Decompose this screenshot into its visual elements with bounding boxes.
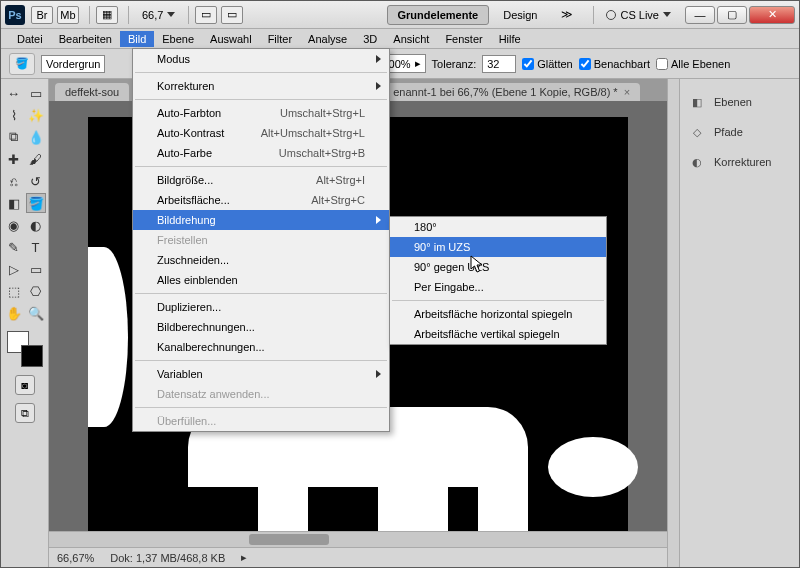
workspace-grundelemente[interactable]: Grundelemente xyxy=(387,5,490,25)
eraser-tool[interactable]: ◧ xyxy=(4,193,24,213)
rot-item-1[interactable]: 90° im UZS xyxy=(390,237,606,257)
rot-item-2[interactable]: 90° gegen UZS xyxy=(390,257,606,277)
menu-ebene[interactable]: Ebene xyxy=(154,31,202,47)
rot-item-3[interactable]: Per Eingabe... xyxy=(390,277,606,297)
bild-item-2[interactable]: Korrekturen xyxy=(133,76,389,96)
maximize-button[interactable]: ▢ xyxy=(717,6,747,24)
close-button[interactable]: ✕ xyxy=(749,6,795,24)
panel-pfade[interactable]: ◇Pfade xyxy=(684,117,795,147)
extras-button[interactable]: ▭ xyxy=(195,6,217,24)
brush-tool[interactable]: 🖌 xyxy=(26,149,46,169)
bild-item-15[interactable]: Duplizieren... xyxy=(133,297,389,317)
bild-item-8[interactable]: Bildgröße...Alt+Strg+I xyxy=(133,170,389,190)
panel-korrekturen[interactable]: ◐Korrekturen xyxy=(684,147,795,177)
bild-item-19[interactable]: Variablen xyxy=(133,364,389,384)
menu-auswahl[interactable]: Auswahl xyxy=(202,31,260,47)
menu-fenster[interactable]: Fenster xyxy=(437,31,490,47)
blur-tool[interactable]: ◉ xyxy=(4,215,24,235)
panel-ebenen[interactable]: ◧Ebenen xyxy=(684,87,795,117)
type-tool[interactable]: T xyxy=(26,237,46,257)
scroll-thumb[interactable] xyxy=(249,534,329,545)
minibridge-button[interactable]: Mb xyxy=(57,6,79,24)
camera-tool[interactable]: ⎔ xyxy=(26,281,46,301)
heal-tool[interactable]: ✚ xyxy=(4,149,24,169)
circle-icon xyxy=(606,10,616,20)
bild-item-10[interactable]: Bilddrehung xyxy=(133,210,389,230)
menu-datei[interactable]: Datei xyxy=(9,31,51,47)
ps-icon[interactable]: Ps xyxy=(5,5,25,25)
screenmode-button[interactable]: ⧉ xyxy=(15,403,35,423)
bild-item-16[interactable]: Bildberechnungen... xyxy=(133,317,389,337)
bild-item-11: Freistellen xyxy=(133,230,389,250)
workspace-design[interactable]: Design xyxy=(493,6,547,24)
titlebar: Ps Br Mb ▦ 66,7 ▭ ▭ Grundelemente Design… xyxy=(1,1,799,29)
tools-panel: ↔▭ ⌇✨ ⧉💧 ✚🖌 ⎌↺ ◧🪣 ◉◐ ✎T ▷▭ ⬚⎔ ✋🔍 ◙ ⧉ xyxy=(1,79,49,567)
zoom-tool[interactable]: 🔍 xyxy=(26,303,46,323)
doc-status[interactable]: Dok: 1,37 MB/468,8 KB xyxy=(110,552,225,564)
menu-bild[interactable]: Bild xyxy=(120,31,154,47)
bild-item-5[interactable]: Auto-KontrastAlt+Umschalt+Strg+L xyxy=(133,123,389,143)
bridge-button[interactable]: Br xyxy=(31,6,53,24)
stamp-tool[interactable]: ⎌ xyxy=(4,171,24,191)
bild-item-13[interactable]: Alles einblenden xyxy=(133,270,389,290)
bild-item-6[interactable]: Auto-FarbeUmschalt+Strg+B xyxy=(133,143,389,163)
tolerance-field[interactable]: 32 xyxy=(482,55,516,73)
history-brush-tool[interactable]: ↺ xyxy=(26,171,46,191)
marquee-tool[interactable]: ▭ xyxy=(26,83,46,103)
all-layers-checkbox[interactable]: Alle Ebenen xyxy=(656,58,730,70)
move-tool[interactable]: ↔ xyxy=(4,83,24,103)
tab-2[interactable]: enannt-1 bei 66,7% (Ebene 1 Kopie, RGB/8… xyxy=(383,83,640,101)
bild-item-17[interactable]: Kanalberechnungen... xyxy=(133,337,389,357)
menu-ansicht[interactable]: Ansicht xyxy=(385,31,437,47)
bild-item-9[interactable]: Arbeitsfläche...Alt+Strg+C xyxy=(133,190,389,210)
hand-tool[interactable]: ✋ xyxy=(4,303,24,323)
close-icon[interactable]: × xyxy=(624,86,630,98)
color-swatches[interactable] xyxy=(7,331,43,367)
fill-mode[interactable]: Vordergrun xyxy=(41,55,105,73)
zoom-value: 66,7 xyxy=(142,9,163,21)
rot-item-5[interactable]: Arbeitsfläche horizontal spiegeln xyxy=(390,304,606,324)
bucket-tool[interactable]: 🪣 xyxy=(26,193,46,213)
menu-hilfe[interactable]: Hilfe xyxy=(491,31,529,47)
rot-item-6[interactable]: Arbeitsfläche vertikal spiegeln xyxy=(390,324,606,344)
zoom-level[interactable]: 66,7 xyxy=(135,6,182,24)
bild-item-0[interactable]: Modus xyxy=(133,49,389,69)
workspace-more[interactable]: ≫ xyxy=(551,5,583,24)
menu-filter[interactable]: Filter xyxy=(260,31,300,47)
bucket-tool-icon[interactable]: 🪣 xyxy=(9,53,35,75)
bild-item-12[interactable]: Zuschneiden... xyxy=(133,250,389,270)
panels-sidebar: ◧Ebenen ◇Pfade ◐Korrekturen xyxy=(679,79,799,567)
shape-tool[interactable]: ▭ xyxy=(26,259,46,279)
tolerance-label: Toleranz: xyxy=(432,58,477,70)
contiguous-checkbox[interactable]: Benachbart xyxy=(579,58,650,70)
zoom-status[interactable]: 66,67% xyxy=(57,552,94,564)
menu-3d[interactable]: 3D xyxy=(355,31,385,47)
crop-tool[interactable]: ⧉ xyxy=(4,127,24,147)
wand-tool[interactable]: ✨ xyxy=(26,105,46,125)
chevron-right-icon xyxy=(376,82,381,90)
pen-tool[interactable]: ✎ xyxy=(4,237,24,257)
tab-1[interactable]: deffekt-sou xyxy=(55,83,129,101)
quickmask-button[interactable]: ◙ xyxy=(15,375,35,395)
panel-gutter[interactable] xyxy=(667,79,679,567)
menu-analyse[interactable]: Analyse xyxy=(300,31,355,47)
lasso-tool[interactable]: ⌇ xyxy=(4,105,24,125)
dodge-tool[interactable]: ◐ xyxy=(26,215,46,235)
3d-tool[interactable]: ⬚ xyxy=(4,281,24,301)
eyedropper-tool[interactable]: 💧 xyxy=(26,127,46,147)
chevron-down-icon xyxy=(663,12,671,17)
status-bar: 66,67% Dok: 1,37 MB/468,8 KB ▸ xyxy=(49,547,667,567)
path-tool[interactable]: ▷ xyxy=(4,259,24,279)
minimize-button[interactable]: — xyxy=(685,6,715,24)
antialias-checkbox[interactable]: Glätten xyxy=(522,58,572,70)
background-color[interactable] xyxy=(21,345,43,367)
scrollbar-horizontal[interactable] xyxy=(49,531,667,547)
rot-item-0[interactable]: 180° xyxy=(390,217,606,237)
arrange-button[interactable]: ▦ xyxy=(96,6,118,24)
menu-bearbeiten[interactable]: Bearbeiten xyxy=(51,31,120,47)
screen-button[interactable]: ▭ xyxy=(221,6,243,24)
cs-live-button[interactable]: CS Live xyxy=(600,7,677,23)
bild-item-4[interactable]: Auto-FarbtonUmschalt+Strg+L xyxy=(133,103,389,123)
chevron-right-icon xyxy=(376,370,381,378)
paths-icon: ◇ xyxy=(688,123,706,141)
